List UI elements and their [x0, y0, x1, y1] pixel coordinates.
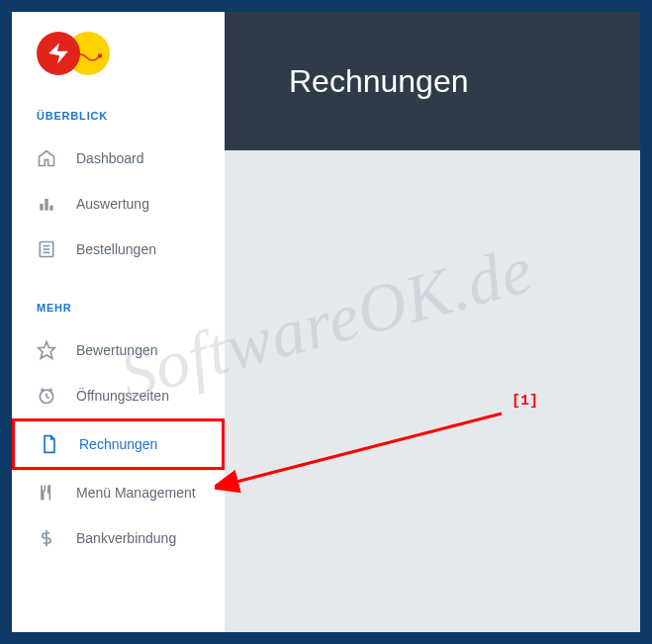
svg-rect-3 — [49, 206, 52, 211]
sidebar-item-label: Dashboard — [76, 150, 144, 166]
logo[interactable] — [37, 32, 200, 75]
sidebar-item-dashboard[interactable]: Dashboard — [12, 136, 225, 181]
sidebar-item-auswertung[interactable]: Auswertung — [12, 181, 225, 227]
logo-red-circle — [37, 32, 80, 75]
utensils-icon — [37, 483, 56, 503]
dollar-icon — [37, 528, 56, 548]
sidebar-item-label: Bewertungen — [76, 342, 158, 358]
sidebar: ÜBERBLICK Dashboard Auswertung Bestellun… — [12, 12, 225, 632]
sidebar-item-label: Bestellungen — [76, 241, 156, 257]
app-container: ÜBERBLICK Dashboard Auswertung Bestellun… — [12, 12, 640, 632]
sidebar-section-header-uberblick: ÜBERBLICK — [12, 100, 225, 136]
list-icon — [37, 239, 56, 259]
sidebar-item-label: Bankverbindung — [76, 530, 176, 546]
sidebar-item-bestellungen[interactable]: Bestellungen — [12, 227, 225, 272]
home-icon — [37, 148, 56, 168]
svg-marker-8 — [39, 342, 55, 359]
annotation-arrow — [215, 406, 512, 495]
svg-line-14 — [233, 414, 502, 483]
sidebar-item-label: Öffnungszeiten — [76, 388, 169, 404]
main-area: Rechnungen [1] — [225, 12, 640, 632]
header-bar: Rechnungen — [225, 12, 640, 150]
sidebar-item-rechnungen[interactable]: Rechnungen — [12, 418, 225, 470]
page-title: Rechnungen — [289, 63, 468, 100]
content-area: [1] — [225, 150, 640, 632]
svg-point-0 — [99, 54, 102, 57]
star-icon — [37, 340, 56, 360]
sidebar-item-label: Auswertung — [76, 196, 149, 212]
svg-line-11 — [47, 397, 49, 399]
chart-icon — [37, 194, 56, 214]
sidebar-item-label: Menü Management — [76, 485, 196, 501]
sidebar-item-label: Rechnungen — [79, 436, 157, 452]
clock-icon — [37, 386, 56, 406]
sidebar-item-bankverbindung[interactable]: Bankverbindung — [12, 515, 225, 561]
sidebar-item-bewertungen[interactable]: Bewertungen — [12, 327, 225, 373]
document-icon — [40, 434, 59, 454]
sidebar-item-menu-management[interactable]: Menü Management — [12, 470, 225, 515]
annotation-label: [1] — [512, 393, 538, 410]
sidebar-section-header-mehr: MEHR — [12, 272, 225, 327]
svg-rect-1 — [40, 204, 43, 211]
svg-rect-2 — [45, 199, 47, 211]
logo-area — [12, 12, 225, 100]
sidebar-item-offnungszeiten[interactable]: Öffnungszeiten — [12, 373, 225, 418]
